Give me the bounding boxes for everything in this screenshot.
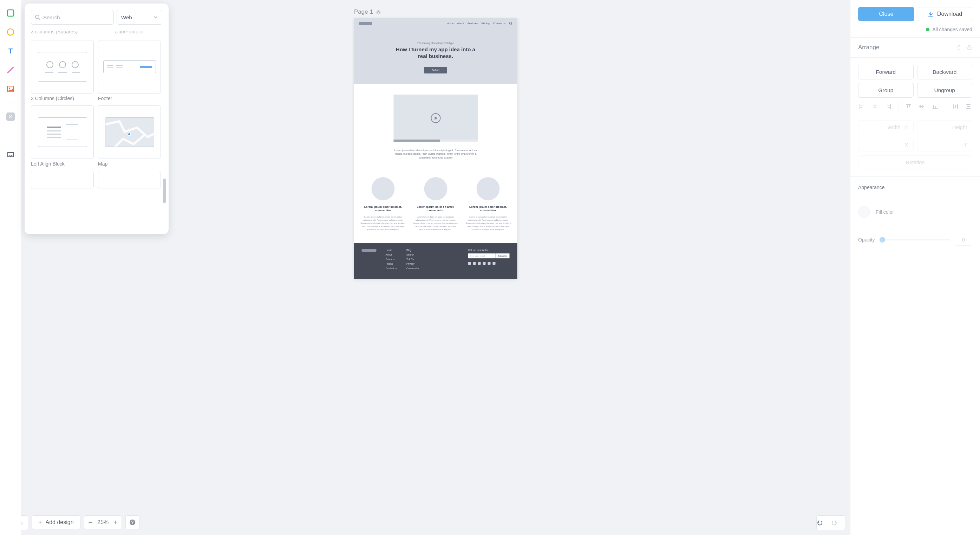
paragraph: Lorem ipsum dolor sit amet, consectetur … (391, 149, 479, 160)
download-button[interactable]: Download (918, 7, 972, 21)
help-icon: ? (129, 519, 135, 525)
svg-rect-11 (968, 47, 971, 50)
tool-rectangle[interactable] (5, 8, 16, 18)
nav-link: Home (447, 22, 453, 25)
newsletter-input: Enter your email (468, 254, 496, 258)
group-button[interactable]: Group (858, 83, 913, 98)
col-text: Lorem ipsum dolor sit amet, consectetur … (413, 216, 458, 231)
component-map[interactable] (98, 105, 161, 159)
play-icon (431, 113, 441, 123)
svg-point-1 (7, 29, 14, 35)
column: Lorem ipsum dolor sit amet, consectetur … (413, 177, 458, 231)
bottom-left-bar: ‹ › + Add design − 25% + ? (3, 515, 140, 530)
zoom-in-button[interactable]: + (113, 519, 117, 526)
lock-icon (904, 125, 908, 129)
comp-label-cut: Grid/Portfolio (115, 31, 143, 34)
distribute-h-icon[interactable] (952, 103, 959, 110)
component-partial[interactable] (98, 171, 161, 188)
nav-link: Pricing (482, 22, 490, 25)
status-dot-icon (926, 28, 929, 31)
chevron-down-icon (153, 15, 158, 19)
undo-redo (816, 515, 845, 530)
opacity-slider[interactable] (880, 239, 950, 240)
svg-point-5 (9, 88, 10, 89)
tool-text[interactable]: T (5, 46, 16, 56)
search-input[interactable] (40, 14, 110, 21)
footer-col: Home About Features Pricing Contact us (386, 249, 397, 270)
tool-circle[interactable] (5, 27, 16, 37)
close-button[interactable]: Close (858, 7, 914, 21)
align-center-h-icon[interactable] (872, 103, 878, 110)
tool-image[interactable] (5, 84, 16, 94)
arrange-header: Arrange (850, 38, 980, 57)
dropdown-value: Web (121, 14, 132, 21)
tool-line[interactable] (5, 65, 16, 75)
trash-icon[interactable] (956, 45, 962, 50)
col-title: Lorem ipsum dolor sit amet, consectetur (413, 205, 458, 212)
three-columns: Lorem ipsum dolor sit amet, consectetur … (354, 170, 517, 243)
help-button[interactable]: ? (126, 515, 140, 529)
undo-button[interactable] (817, 516, 831, 530)
add-design-button[interactable]: + Add design (32, 515, 80, 529)
align-top-icon[interactable] (905, 103, 912, 110)
width-field[interactable]: Width (858, 120, 913, 134)
artboard[interactable]: Home About Features Pricing Contact us T… (354, 18, 517, 279)
newsletter-button: Subscribe (496, 254, 510, 258)
x-field[interactable]: X (858, 138, 913, 152)
footer-section: Home About Features Pricing Contact us B… (354, 243, 517, 279)
height-field[interactable]: Height (917, 120, 973, 134)
components-panel: Web 3 Columns (Squares) Grid/Portfolio (25, 3, 169, 234)
ungroup-button[interactable]: Ungroup (917, 83, 973, 98)
video-placeholder (393, 94, 478, 142)
rotation-field[interactable]: Rotation (858, 155, 972, 169)
svg-text:T: T (8, 47, 12, 55)
component-3-columns-circles[interactable] (31, 40, 94, 94)
hero-pretitle: The making of a Marvel prototype (359, 42, 512, 44)
fill-row[interactable]: Fill color (850, 198, 980, 226)
align-bottom-icon[interactable] (932, 103, 938, 110)
scrollbar-thumb[interactable] (163, 179, 166, 203)
col-title: Lorem ipsum dolor sit amet, consectetur (360, 205, 406, 212)
opacity-label: Opacity (858, 237, 875, 243)
opacity-field[interactable]: 0 (955, 234, 972, 246)
fill-label: Fill color (876, 209, 894, 215)
svg-point-9 (510, 22, 512, 24)
plus-icon: + (38, 519, 42, 526)
svg-point-8 (378, 11, 379, 13)
gear-icon[interactable] (376, 10, 381, 15)
comp-label-cut: 3 Columns (Squares) (31, 31, 77, 34)
comp-label: 3 Columns (Circles) (31, 96, 94, 101)
right-panel: Close Download All changes saved Arrange… (850, 0, 980, 535)
nav-link: Features (468, 22, 478, 25)
comp-label: Map (98, 161, 161, 167)
forward-button[interactable]: Forward (858, 65, 913, 80)
tool-close-panel[interactable]: ✕ (5, 112, 16, 122)
component-footer[interactable] (98, 40, 161, 94)
fill-swatch[interactable] (858, 206, 870, 218)
search-box[interactable] (31, 10, 114, 25)
search-icon (509, 22, 512, 25)
component-left-align-block[interactable] (31, 105, 94, 159)
tool-inbox[interactable] (5, 149, 16, 160)
footer-col: Blog Search T & Cs Privacy Community (406, 249, 419, 270)
footer-logo (362, 249, 377, 252)
align-right-icon[interactable] (885, 103, 891, 110)
left-toolbar: T ✕ (0, 0, 21, 535)
svg-line-7 (39, 18, 40, 20)
nav: Home About Features Pricing Contact us (359, 22, 512, 25)
page-label: Page 1 (354, 8, 373, 16)
close-icon: ✕ (8, 114, 13, 119)
component-partial[interactable] (31, 171, 94, 188)
category-dropdown[interactable]: Web (117, 10, 162, 25)
align-left-icon[interactable] (859, 103, 865, 110)
lock-icon[interactable] (967, 45, 972, 50)
hero-section: Home About Features Pricing Contact us T… (354, 18, 517, 84)
align-center-v-icon[interactable] (918, 103, 925, 110)
redo-button[interactable] (831, 516, 845, 530)
zoom-out-button[interactable]: − (89, 519, 93, 527)
circle-image (424, 177, 447, 200)
y-field[interactable]: Y (917, 138, 973, 152)
distribute-v-icon[interactable] (965, 103, 972, 110)
col-text: Lorem ipsum dolor sit amet, consectetur … (360, 216, 406, 231)
backward-button[interactable]: Backward (917, 65, 973, 80)
